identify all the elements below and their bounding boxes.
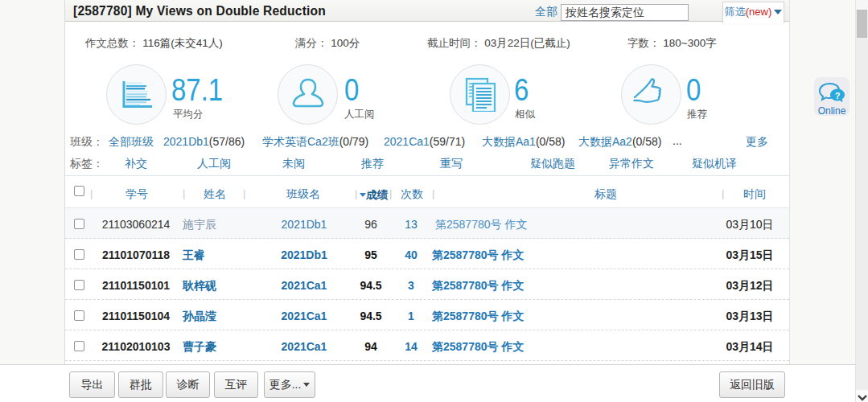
svg-text:?: ? <box>835 91 841 100</box>
